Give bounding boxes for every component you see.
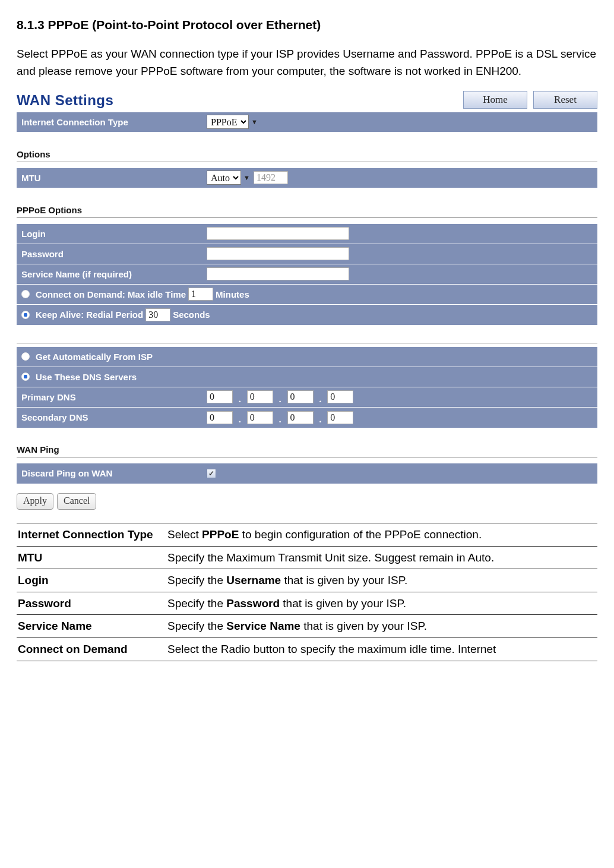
desc-key: Internet Connection Type [17, 523, 166, 546]
mtu-value-input[interactable] [254, 171, 288, 184]
login-input[interactable] [207, 227, 349, 240]
desc-key: Service Name [17, 615, 166, 638]
mtu-mode-select[interactable]: Auto [207, 171, 241, 185]
service-name-label: Service Name (if required) [21, 269, 207, 279]
row-primary-dns: Primary DNS . . . [17, 387, 597, 408]
row-connection-type: Internet Connection Type PPPoE ▼ [17, 112, 597, 132]
row-dns-auto: Get Automatically From ISP [17, 347, 597, 367]
table-row: Service Name Specify the Service Name th… [17, 615, 597, 638]
table-row: Login Specify the Username that is given… [17, 569, 597, 592]
primary-dns-octet-1[interactable] [207, 390, 233, 403]
dns-manual-radio[interactable] [21, 373, 30, 381]
row-discard-ping: Discard Ping on WAN ✓ [17, 463, 597, 484]
keep-alive-label-post: Seconds [173, 310, 210, 320]
reset-button[interactable]: Reset [533, 91, 597, 109]
chevron-down-icon: ▼ [251, 118, 258, 125]
options-header: Options [17, 149, 597, 162]
intro-paragraph: Select PPPoE as your WAN connection type… [17, 45, 597, 80]
connect-on-demand-label-post: Minutes [216, 289, 249, 299]
pppoe-options-header: PPPoE Options [17, 205, 597, 218]
desc-key: Connect on Demand [17, 638, 166, 661]
apply-button[interactable]: Apply [17, 493, 53, 510]
wan-settings-screenshot: WAN Settings Home Reset Internet Connect… [17, 91, 597, 517]
primary-dns-octet-2[interactable] [247, 390, 273, 403]
desc-val: Specify the Service Name that is given b… [166, 615, 597, 638]
dns-auto-label: Get Automatically From ISP [36, 352, 153, 362]
desc-val: Select the Radio button to specify the m… [166, 638, 597, 661]
row-password: Password [17, 244, 597, 264]
desc-val: Specify the Username that is given by yo… [166, 569, 597, 592]
max-idle-time-input[interactable] [188, 288, 213, 301]
keep-alive-radio[interactable] [21, 311, 30, 319]
dns-auto-radio[interactable] [21, 352, 30, 361]
table-row: Connect on Demand Select the Radio butto… [17, 638, 597, 661]
row-mtu: MTU Auto ▼ [17, 168, 597, 188]
desc-key: Login [17, 569, 166, 592]
cancel-button[interactable]: Cancel [57, 493, 96, 510]
connect-on-demand-label-pre: Connect on Demand: Max idle Time [36, 289, 186, 299]
primary-dns-octet-4[interactable] [327, 390, 353, 403]
home-button[interactable]: Home [463, 91, 527, 109]
discard-ping-label: Discard Ping on WAN [21, 468, 207, 478]
desc-val: Specify the Password that is given by yo… [166, 592, 597, 615]
table-row: Internet Connection Type Select PPPoE to… [17, 523, 597, 546]
service-name-input[interactable] [207, 267, 349, 280]
secondary-dns-octet-1[interactable] [207, 411, 233, 424]
primary-dns-label: Primary DNS [21, 392, 207, 402]
table-row: Password Specify the Password that is gi… [17, 592, 597, 615]
discard-ping-checkbox[interactable]: ✓ [207, 469, 216, 478]
desc-key: Password [17, 592, 166, 615]
row-dns-manual: Use These DNS Servers [17, 367, 597, 387]
chevron-down-icon: ▼ [243, 174, 250, 181]
login-label: Login [21, 229, 207, 239]
field-description-table: Internet Connection Type Select PPPoE to… [17, 523, 597, 661]
section-heading: 8.1.3 PPPoE (Point-to-Point Protocol ove… [17, 18, 597, 32]
password-label: Password [21, 249, 207, 259]
row-service-name: Service Name (if required) [17, 264, 597, 285]
panel-title: WAN Settings [17, 91, 113, 109]
connection-type-label: Internet Connection Type [21, 117, 207, 127]
desc-val: Specify the Maximum Transmit Unit size. … [166, 546, 597, 569]
dns-manual-label: Use These DNS Servers [36, 372, 137, 382]
row-login: Login [17, 224, 597, 244]
row-connect-on-demand: Connect on Demand: Max idle Time Minutes [17, 285, 597, 305]
mtu-label: MTU [21, 173, 207, 183]
keep-alive-label-pre: Keep Alive: Redial Period [36, 310, 143, 320]
desc-val: Select PPPoE to begin configuration of t… [166, 523, 597, 546]
secondary-dns-octet-3[interactable] [287, 411, 314, 424]
secondary-dns-octet-2[interactable] [247, 411, 273, 424]
table-row: MTU Specify the Maximum Transmit Unit si… [17, 546, 597, 569]
secondary-dns-octet-4[interactable] [327, 411, 353, 424]
redial-period-input[interactable] [145, 308, 170, 321]
password-input[interactable] [207, 247, 349, 260]
wan-ping-header: WAN Ping [17, 444, 597, 457]
connection-type-select[interactable]: PPPoE [207, 115, 249, 129]
secondary-dns-label: Secondary DNS [21, 412, 207, 422]
connect-on-demand-radio[interactable] [21, 290, 30, 298]
row-secondary-dns: Secondary DNS . . . [17, 408, 597, 428]
primary-dns-octet-3[interactable] [287, 390, 314, 403]
desc-key: MTU [17, 546, 166, 569]
row-keep-alive: Keep Alive: Redial Period Seconds [17, 305, 597, 325]
